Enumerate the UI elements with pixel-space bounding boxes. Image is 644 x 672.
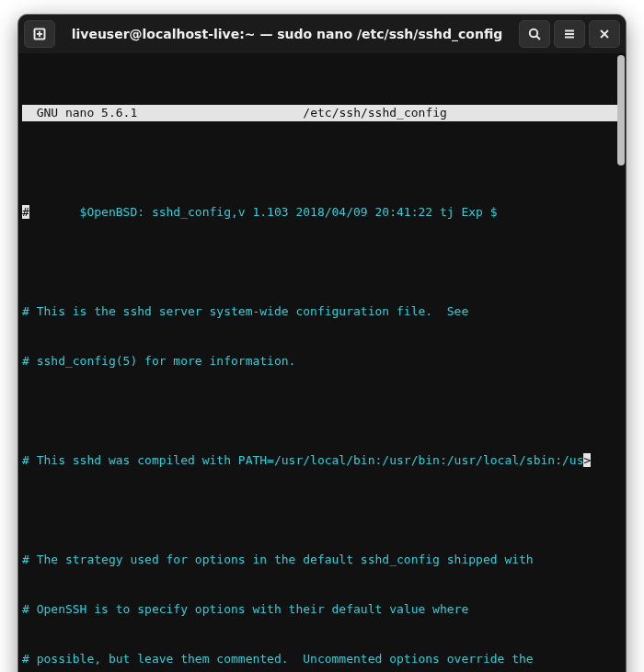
scrollbar-thumb[interactable] [617,55,625,165]
close-icon [597,27,612,41]
svg-point-3 [530,29,537,37]
nano-file-name: /etc/ssh/sshd_config [137,105,613,121]
terminal-content[interactable]: GNU nano 5.6.1 /etc/ssh/sshd_config # $O… [18,53,626,672]
editor-content[interactable]: # $OpenBSD: sshd_config,v 1.103 2018/04/… [22,171,622,672]
new-tab-icon [32,27,47,41]
cursor: # [22,205,29,219]
new-tab-button[interactable] [24,20,55,48]
search-icon [527,27,542,41]
menu-button[interactable] [554,20,585,48]
terminal-body[interactable]: GNU nano 5.6.1 /etc/ssh/sshd_config # $O… [18,53,626,672]
hamburger-icon [562,27,577,41]
svg-line-4 [536,36,540,40]
search-button[interactable] [519,20,550,48]
line-truncation-indicator: > [583,453,591,467]
nano-header: GNU nano 5.6.1 /etc/ssh/sshd_config [22,105,622,121]
titlebar: liveuser@localhost-live:~ — sudo nano /e… [18,15,626,53]
nano-app-name: GNU nano 5.6.1 [22,105,137,121]
terminal-window: liveuser@localhost-live:~ — sudo nano /e… [18,15,626,672]
close-button[interactable] [589,20,620,48]
window-title: liveuser@localhost-live:~ — sudo nano /e… [59,27,515,41]
